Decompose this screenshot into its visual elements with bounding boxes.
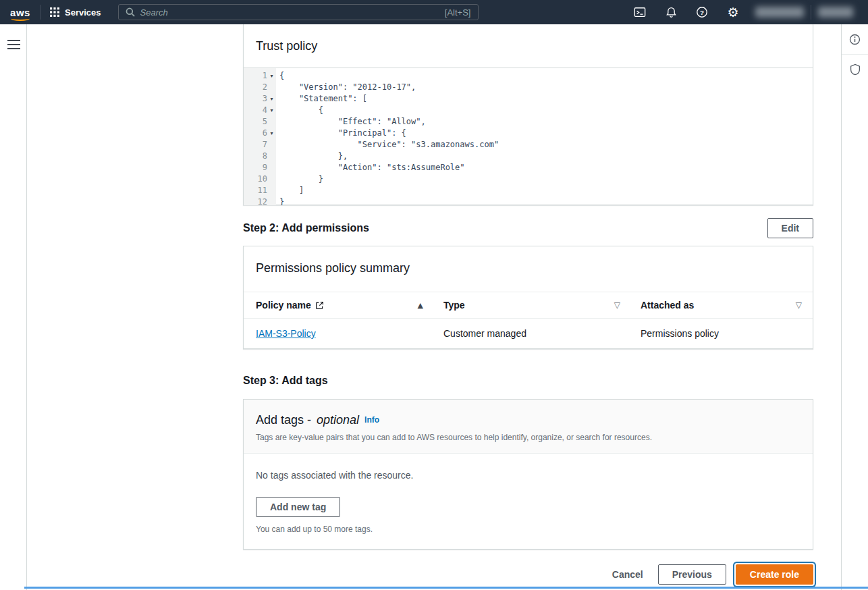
search-input[interactable] [140, 7, 439, 18]
code-line: "Service": "s3.amazonaws.com" [279, 139, 813, 151]
line-number: 6 [244, 128, 267, 139]
services-menu-button[interactable]: Services [41, 0, 110, 24]
add-tags-optional-label: optional [317, 413, 359, 427]
no-tags-text: No tags associated with the resource. [256, 470, 801, 481]
code-line: "Action": "sts:AssumeRole" [279, 162, 813, 173]
search-shortcut: [Alt+S] [445, 7, 471, 18]
aws-logo[interactable]: aws [10, 7, 30, 18]
code-line: "Statement": [ [279, 93, 813, 105]
account-menu-redacted[interactable] [818, 7, 853, 18]
fold-toggle-icon[interactable]: ▾ [267, 93, 276, 105]
settings-button[interactable]: ⚙ [717, 0, 749, 24]
sort-ascending-icon[interactable]: ▲ [418, 301, 423, 310]
cell-type: Customer managed [443, 328, 641, 339]
fold-toggle-icon[interactable]: ▾ [267, 70, 276, 82]
external-link-icon [315, 301, 324, 310]
sort-toggle-icon[interactable]: ▽ [614, 300, 620, 310]
hamburger-icon [7, 40, 20, 41]
trust-policy-json[interactable]: { "Version": "2012-10-17", "Statement": … [276, 68, 813, 205]
add-tags-title-row: Add tags - optional Info [256, 413, 801, 427]
create-role-button[interactable]: Create role [736, 564, 813, 585]
gutter-line: 11 [244, 185, 276, 196]
code-line: "Principal": { [279, 128, 813, 139]
add-tags-card: Add tags - optional Info Tags are key-va… [243, 399, 813, 549]
horizontal-scrollbar[interactable] [24, 587, 868, 589]
help-button[interactable]: ? [686, 0, 717, 24]
gutter-line: 10 [244, 173, 276, 185]
gutter-line: 1▾ [244, 70, 276, 82]
cloudshell-button[interactable] [624, 0, 655, 24]
step2-heading: Step 2: Add permissions [243, 222, 369, 234]
gutter-line: 5 [244, 116, 276, 128]
add-new-tag-button[interactable]: Add new tag [256, 497, 340, 517]
gutter-line: 2 [244, 82, 276, 93]
nav-right-group: ? ⚙ [624, 0, 868, 24]
security-panel-button[interactable] [842, 55, 868, 84]
create-role-review: Trust policy 1▾ 2 3▾ 4▾ 5 6▾ 7 8 9 10 1 [243, 24, 813, 585]
trust-policy-code-editor[interactable]: 1▾ 2 3▾ 4▾ 5 6▾ 7 8 9 10 11 12 { [244, 68, 813, 205]
gutter-line: 6▾ [244, 128, 276, 139]
editor-gutter: 1▾ 2 3▾ 4▾ 5 6▾ 7 8 9 10 11 12 [244, 68, 276, 205]
cancel-button[interactable]: Cancel [607, 564, 649, 585]
top-navigation: aws Services [Alt+S] [0, 0, 868, 24]
edit-permissions-button[interactable]: Edit [767, 218, 813, 238]
svg-text:?: ? [700, 9, 704, 16]
add-tags-body: No tags associated with the resource. Ad… [244, 454, 813, 549]
gutter-line: 9 [244, 162, 276, 173]
fold-toggle-icon[interactable]: ▾ [267, 128, 276, 139]
cell-attached-as: Permissions policy [641, 328, 813, 339]
aws-console-page: aws Services [Alt+S] [0, 0, 868, 590]
cell-policy-name: IAM-S3-Policy [244, 328, 443, 339]
permissions-summary-title: Permissions policy summary [256, 261, 801, 275]
fold-toggle-icon[interactable]: ▾ [267, 105, 276, 116]
code-line: ] [279, 185, 813, 196]
code-line: "Effect": "Allow", [279, 116, 813, 128]
right-rail [841, 24, 868, 590]
info-panel-button[interactable] [842, 24, 868, 54]
line-number: 9 [244, 162, 267, 173]
gutter-line: 4▾ [244, 105, 276, 116]
services-grid-icon [50, 7, 59, 17]
wizard-footer-actions: Cancel Previous Create role [243, 564, 813, 585]
aws-logo-button[interactable]: aws [0, 0, 40, 24]
step3-heading: Step 3: Add tags [243, 375, 328, 387]
attached-as-header-label: Attached as [641, 300, 694, 311]
policy-name-header-label: Policy name [256, 300, 311, 311]
line-number: 5 [244, 116, 267, 128]
attached-as-value: Permissions policy [641, 328, 719, 339]
trust-policy-title: Trust policy [256, 39, 317, 53]
line-number: 7 [244, 139, 267, 151]
header-policy-name: Policy name ▲ [244, 300, 443, 311]
global-search[interactable]: [Alt+S] [118, 4, 479, 20]
line-number: 3 [244, 93, 267, 105]
code-line: { [279, 70, 813, 82]
permissions-table-header: Policy name ▲ Type ▽ Attached as ▽ [244, 292, 813, 319]
line-number: 2 [244, 82, 267, 93]
notifications-button[interactable] [655, 0, 686, 24]
step3-heading-row: Step 3: Add tags [243, 374, 813, 387]
open-sidebar-button[interactable] [0, 33, 27, 56]
add-tags-header: Add tags - optional Info Tags are key-va… [244, 400, 813, 454]
code-line: } [279, 196, 813, 205]
header-type: Type ▽ [443, 300, 641, 311]
policy-name-link[interactable]: IAM-S3-Policy [256, 328, 316, 339]
gutter-line: 7 [244, 139, 276, 151]
line-number: 4 [244, 105, 267, 116]
region-menu-redacted[interactable] [755, 7, 804, 18]
sort-toggle-icon[interactable]: ▽ [796, 300, 802, 310]
line-number: 10 [244, 173, 267, 185]
info-link[interactable]: Info [364, 415, 379, 425]
code-line: } [279, 173, 813, 185]
line-number: 12 [244, 196, 267, 205]
services-label: Services [65, 7, 101, 18]
search-icon [126, 7, 135, 17]
main-content: Trust policy 1▾ 2 3▾ 4▾ 5 6▾ 7 8 9 10 1 [28, 24, 840, 590]
code-line: "Version": "2012-10-17", [279, 82, 813, 93]
code-line: }, [279, 151, 813, 162]
previous-button[interactable]: Previous [658, 564, 726, 585]
gutter-line: 12 [244, 196, 276, 205]
tags-limit-hint: You can add up to 50 more tags. [256, 525, 801, 534]
gutter-line: 8 [244, 151, 276, 162]
cloudshell-icon [634, 6, 646, 18]
line-number: 1 [244, 70, 267, 82]
